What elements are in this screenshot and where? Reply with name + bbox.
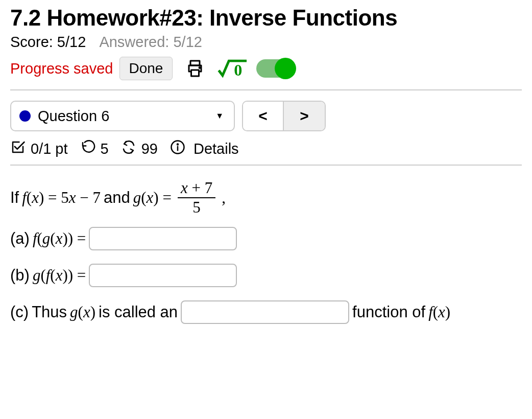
retries-label: 99 bbox=[141, 141, 158, 157]
question-prompt: If f(x) = 5x − 7 and g(x) = x + 7 5 , bbox=[10, 179, 522, 216]
question-info-row: 0/1 pt 5 99 Details bbox=[10, 139, 522, 166]
checkbox-icon bbox=[10, 139, 26, 158]
retry-icon bbox=[121, 139, 136, 158]
score-label: Score: 5/12 bbox=[10, 34, 86, 50]
svg-text:0: 0 bbox=[234, 61, 243, 78]
prev-question-button[interactable]: < bbox=[243, 102, 284, 130]
details-label[interactable]: Details bbox=[194, 141, 239, 157]
math-toggle[interactable] bbox=[256, 59, 295, 78]
progress-line: Progress saved Done 0 bbox=[10, 57, 522, 90]
answer-input-b[interactable] bbox=[89, 264, 237, 287]
info-icon[interactable] bbox=[170, 139, 185, 158]
next-question-button[interactable]: > bbox=[284, 102, 325, 130]
answer-input-c[interactable] bbox=[181, 300, 349, 324]
attempts-label: 5 bbox=[101, 141, 109, 157]
question-body: If f(x) = 5x − 7 and g(x) = x + 7 5 , (a… bbox=[10, 179, 522, 327]
points-label: 0/1 pt bbox=[31, 141, 68, 157]
status-dot-icon bbox=[19, 110, 31, 122]
print-icon[interactable] bbox=[185, 58, 205, 79]
page-title: 7.2 Homework#23: Inverse Functions bbox=[10, 5, 522, 31]
answered-label: Answered: 5/12 bbox=[99, 34, 202, 50]
status-line: Score: 5/12 Answered: 5/12 bbox=[10, 34, 522, 51]
math-root-icon[interactable]: 0 bbox=[217, 58, 249, 79]
nav-buttons: < > bbox=[242, 101, 326, 131]
question-nav-row: Question 6 ▼ < > bbox=[10, 101, 522, 131]
answer-input-a[interactable] bbox=[89, 227, 237, 250]
part-b: (b) g(f(x)) = bbox=[10, 261, 522, 290]
svg-point-5 bbox=[177, 144, 178, 145]
question-selector-label: Question 6 bbox=[38, 108, 109, 125]
caret-down-icon: ▼ bbox=[215, 111, 224, 121]
undo-icon bbox=[80, 139, 95, 158]
svg-rect-1 bbox=[191, 70, 199, 76]
question-selector[interactable]: Question 6 ▼ bbox=[10, 101, 235, 131]
part-a: (a) f(g(x)) = bbox=[10, 224, 522, 253]
svg-point-2 bbox=[200, 67, 201, 68]
done-button[interactable]: Done bbox=[119, 57, 173, 80]
progress-saved-label: Progress saved bbox=[10, 60, 113, 77]
part-c: (c) Thus g(x) is called an function of f… bbox=[10, 298, 522, 327]
